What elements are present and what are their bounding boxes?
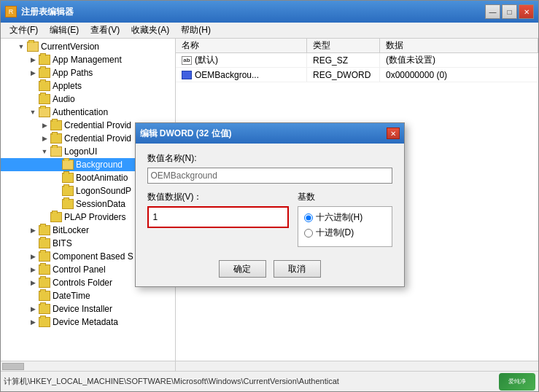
expander-icon: ▶ [39, 119, 50, 131]
list-row[interactable]: OEMBackgrou... REG_DWORD 0x00000000 (0) [176, 68, 538, 82]
radix-box: 十六进制(H) 十进制(D) [298, 206, 392, 247]
expander-icon: ▶ [27, 277, 39, 289]
tree-item-devicemetadata[interactable]: ▶ Device Metadata [1, 315, 175, 329]
minimize-button[interactable]: — [485, 4, 500, 19]
expander-icon [27, 80, 39, 92]
expander-icon [50, 172, 62, 184]
main-content: ▼ CurrentVersion ▶ App Management ▶ App … [1, 39, 538, 371]
expander-icon [50, 159, 62, 170]
tree-item-datetime[interactable]: DateTime [1, 289, 175, 302]
list-header: 名称 类型 数据 [176, 39, 538, 53]
radio-dec-row: 十进制(D) [304, 227, 386, 239]
dialog-row: 数值数据(V)： 基数 十六进制(H) [147, 191, 392, 247]
menu-file[interactable]: 文件(F) [4, 23, 44, 38]
window-controls: — □ ✕ [485, 4, 534, 19]
folder-icon [39, 81, 50, 91]
expander-icon: ▶ [27, 264, 39, 275]
tree-label: SessionData [76, 199, 125, 209]
expander-icon: ▶ [27, 67, 39, 79]
expander-icon [27, 238, 39, 249]
tree-label: Credential Provid [64, 133, 131, 144]
folder-icon [62, 186, 74, 196]
tree-item-authentication[interactable]: ▼ Authentication [1, 106, 175, 119]
folder-icon [39, 107, 50, 117]
value-data-label: 数值数据(V)： [147, 191, 289, 203]
tree-label: Authentication [53, 107, 108, 117]
scrollbar-thumb[interactable] [2, 363, 24, 370]
tree-label: Controls Folder [53, 278, 112, 288]
tree-item-audio[interactable]: Audio [1, 93, 175, 106]
tree-item-apppaths[interactable]: ▶ App Paths [1, 66, 175, 79]
tree-label: BitLocker [53, 225, 89, 235]
radio-hex-label: 十六进制(H) [316, 211, 363, 224]
tree-label: BootAnimatio [76, 173, 128, 183]
tree-horizontal-scrollbar[interactable] [1, 361, 175, 371]
folder-icon [39, 251, 50, 262]
tree-item-currentversion[interactable]: ▼ CurrentVersion [1, 40, 175, 53]
list-horizontal-scrollbar[interactable] [176, 361, 538, 371]
tree-item-deviceinstaller[interactable]: ▶ Device Installer [1, 302, 175, 315]
radio-dec[interactable] [304, 229, 313, 238]
tree-item-applets[interactable]: Applets [1, 79, 175, 93]
folder-icon [62, 160, 74, 170]
folder-icon [39, 68, 50, 78]
cell-type: REG_SZ [307, 53, 380, 67]
cell-name: OEMBackgrou... [176, 68, 307, 82]
folder-icon [39, 304, 50, 314]
folder-icon [39, 317, 50, 327]
expander-icon [50, 198, 62, 210]
menu-help[interactable]: 帮助(H) [175, 23, 217, 38]
expander-icon: ▶ [27, 224, 39, 236]
watermark-logo: 爱纯净 [499, 373, 535, 391]
expander-icon: ▶ [27, 316, 39, 328]
tree-label: Device Metadata [53, 317, 118, 327]
value-input-container [147, 206, 289, 228]
menu-edit[interactable]: 编辑(E) [44, 23, 85, 38]
list-row[interactable]: ab (默认) REG_SZ (数值未设置) [176, 53, 538, 68]
expander-icon: ▼ [15, 41, 27, 52]
folder-icon [50, 146, 62, 157]
folder-icon [39, 278, 50, 288]
close-button[interactable]: ✕ [519, 4, 534, 19]
col-header-name: 名称 [176, 39, 307, 52]
folder-icon [62, 173, 74, 183]
cancel-button[interactable]: 取消 [274, 260, 321, 278]
tree-label: DateTime [53, 291, 90, 301]
expander-icon [27, 93, 39, 105]
tree-label: Audio [53, 94, 75, 104]
tree-label: App Management [53, 55, 122, 65]
tree-label: LogonUI [64, 146, 97, 157]
cell-type: REG_DWORD [307, 68, 380, 82]
tree-label: Control Panel [53, 264, 106, 275]
expander-icon: ▶ [27, 303, 39, 315]
maximize-button[interactable]: □ [502, 4, 517, 19]
dialog-title-bar: 编辑 DWORD (32 位值) ✕ [136, 123, 404, 144]
radio-dec-label: 十进制(D) [316, 227, 354, 239]
expander-icon [50, 185, 62, 197]
field-name-input[interactable] [147, 168, 392, 184]
expander-icon [39, 211, 50, 223]
tree-label: PLAP Providers [64, 212, 126, 222]
edit-dword-dialog: 编辑 DWORD (32 位值) ✕ 数值名称(N): 数值数据(V)： [135, 122, 405, 287]
value-data-input[interactable] [150, 209, 286, 225]
menu-bar: 文件(F) 编辑(E) 查看(V) 收藏夹(A) 帮助(H) [1, 23, 538, 39]
col-header-data: 数据 [380, 39, 538, 52]
tree-label: Component Based S [53, 251, 133, 262]
dialog-title-text: 编辑 DWORD (32 位值) [140, 128, 232, 140]
radio-hex[interactable] [304, 213, 313, 222]
expander-icon: ▼ [39, 146, 50, 157]
folder-icon [39, 291, 50, 301]
folder-icon [50, 133, 62, 144]
tree-item-appmanagement[interactable]: ▶ App Management [1, 53, 175, 66]
dialog-close-button[interactable]: ✕ [387, 128, 400, 139]
tree-label: Device Installer [53, 304, 112, 314]
ok-button[interactable]: 确定 [219, 260, 266, 278]
value-section: 数值数据(V)： [147, 191, 289, 228]
status-text: 计算机\HKEY_LOCAL_MACHINE\SOFTWARE\Microsof… [4, 376, 339, 387]
window-title: 注册表编辑器 [21, 6, 74, 18]
menu-favorites[interactable]: 收藏夹(A) [125, 23, 175, 38]
menu-view[interactable]: 查看(V) [85, 23, 125, 38]
cell-data: (数值未设置) [380, 53, 538, 67]
tree-label: Credential Provid [64, 120, 131, 130]
expander-icon: ▶ [27, 251, 39, 262]
